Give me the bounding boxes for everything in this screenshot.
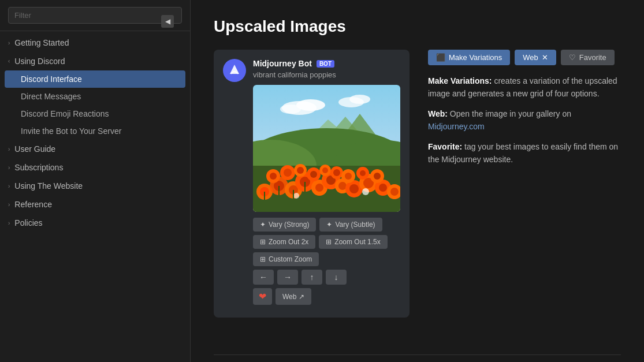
- chevron-icon: [6, 60, 12, 62]
- svg-point-51: [360, 170, 366, 176]
- heart-web-row: ❤ Web ↗: [253, 288, 400, 305]
- content-area: Midjourney Bot BOT vibrant california po…: [214, 50, 621, 331]
- sidebar-nav: Getting Started Using Discord Discord In…: [0, 31, 190, 234]
- arrow-up-button[interactable]: ↑: [301, 270, 322, 285]
- zoom-out-1-5x-button[interactable]: ⊞ Zoom Out 1.5x: [319, 235, 387, 249]
- page-title: Upscaled Images: [214, 17, 621, 36]
- sidebar-item-label: Subscriptions: [14, 163, 63, 172]
- chevron-icon: [8, 220, 10, 226]
- sidebar-item-label: Getting Started: [14, 38, 69, 47]
- svg-point-6: [349, 95, 370, 104]
- sidebar-item-label: Using The Website: [14, 181, 83, 191]
- sidebar-item-label: Reference: [14, 200, 52, 209]
- heart-outline-icon: ♡: [569, 53, 576, 62]
- svg-point-39: [284, 169, 292, 177]
- svg-point-4: [280, 105, 301, 114]
- action-buttons: ⬛ Make Variations Web ✕ ♡ Favorite: [428, 50, 624, 65]
- web-button[interactable]: Web ✕: [515, 50, 556, 65]
- section-divider: [214, 354, 621, 355]
- svg-point-35: [390, 188, 399, 196]
- bot-name: Midjourney Bot: [253, 59, 312, 68]
- web-link-button[interactable]: Web ↗: [276, 288, 311, 305]
- sidebar-item-direct-messages[interactable]: Direct Messages: [0, 88, 190, 105]
- sidebar-collapse-button[interactable]: ◀: [161, 15, 174, 28]
- left-column: Midjourney Bot BOT vibrant california po…: [214, 50, 410, 331]
- sidebar-item-reference[interactable]: Reference: [0, 195, 190, 214]
- sidebar-item-using-the-website[interactable]: Using The Website: [0, 177, 190, 195]
- custom-zoom-icon: ⊞: [260, 255, 266, 263]
- make-variations-icon: ⬛: [436, 53, 445, 62]
- svg-point-47: [333, 169, 340, 176]
- svg-point-53: [374, 173, 381, 180]
- sidebar: ◀ Getting Started Using Discord Discord …: [0, 0, 191, 362]
- arrow-down-button[interactable]: ↓: [326, 270, 347, 285]
- web-strong: Web:: [428, 109, 448, 118]
- generated-image: [253, 85, 400, 212]
- message-content: Midjourney Bot BOT vibrant california po…: [253, 59, 400, 308]
- svg-point-55: [293, 193, 299, 199]
- midjourney-link[interactable]: Midjourney.com: [428, 122, 485, 131]
- sidebar-item-getting-started[interactable]: Getting Started: [0, 33, 190, 52]
- sidebar-item-discord-emoji-reactions[interactable]: Discord Emoji Reactions: [0, 105, 190, 122]
- avatar: [223, 59, 246, 82]
- sidebar-subnav-using-discord: Discord Interface Direct Messages Discor…: [0, 70, 190, 140]
- sidebar-item-label: User Guide: [14, 144, 55, 154]
- arrow-left-button[interactable]: ←: [253, 270, 274, 285]
- heart-button[interactable]: ❤: [253, 288, 272, 305]
- external-link-icon: ↗: [299, 293, 304, 301]
- action-descriptions: Make Variations: creates a variation of …: [428, 74, 624, 166]
- svg-point-49: [345, 173, 352, 180]
- arrow-right-button[interactable]: →: [277, 270, 298, 285]
- sidebar-item-label: Using Discord: [14, 57, 65, 66]
- sidebar-item-label: Policies: [14, 218, 42, 227]
- chevron-icon: [8, 146, 10, 152]
- sidebar-item-using-discord[interactable]: Using Discord: [0, 52, 190, 70]
- make-variations-button[interactable]: ⬛ Make Variations: [428, 50, 510, 65]
- svg-point-45: [322, 167, 328, 173]
- chevron-icon: [8, 201, 10, 208]
- chevron-icon: [8, 165, 10, 171]
- vary-strong-button[interactable]: ✦ Vary (Strong): [253, 218, 316, 232]
- filter-input[interactable]: [8, 7, 182, 24]
- favorite-description: Favorite: tag your best images to easily…: [428, 140, 624, 166]
- web-description: Web: Open the image in your gallery on M…: [428, 107, 624, 133]
- make-variations-strong: Make Variations:: [428, 76, 492, 85]
- svg-point-23: [315, 184, 323, 192]
- vary-strong-icon: ✦: [260, 221, 266, 229]
- right-column: ⬛ Make Variations Web ✕ ♡ Favorite Make …: [428, 50, 624, 331]
- sidebar-item-discord-interface[interactable]: Discord Interface: [5, 70, 185, 88]
- svg-point-29: [349, 184, 359, 193]
- vary-buttons-row: ✦ Vary (Strong) ✦ Vary (Subtle): [253, 218, 400, 232]
- message-header: Midjourney Bot BOT: [253, 59, 400, 68]
- web-close-icon: ✕: [542, 53, 548, 62]
- favorite-button[interactable]: ♡ Favorite: [561, 50, 615, 65]
- main-content: Upscaled Images Midjourney Bot BOT: [191, 0, 644, 362]
- svg-point-27: [338, 182, 347, 190]
- favorite-strong: Favorite:: [428, 142, 462, 151]
- zoom-out-2x-icon: ⊞: [260, 238, 266, 246]
- vary-subtle-button[interactable]: ✦ Vary (Subtle): [319, 218, 382, 232]
- zoom-buttons-row: ⊞ Zoom Out 2x ⊞ Zoom Out 1.5x ⊞ Custom Z…: [253, 235, 400, 266]
- web-text: Open the image in your gallery on: [450, 109, 571, 118]
- sidebar-item-invite-bot[interactable]: Invite the Bot to Your Server: [0, 122, 190, 140]
- chevron-icon: [8, 40, 10, 46]
- zoom-out-2x-button[interactable]: ⊞ Zoom Out 2x: [253, 235, 315, 249]
- svg-point-41: [297, 167, 304, 174]
- vary-subtle-icon: ✦: [326, 221, 332, 229]
- zoom-out-1-5x-icon: ⊞: [326, 238, 332, 246]
- sidebar-item-user-guide[interactable]: User Guide: [0, 140, 190, 158]
- svg-point-37: [270, 173, 277, 180]
- arrow-buttons-row: ← → ↑ ↓: [253, 270, 400, 285]
- message-text: vibrant california poppies: [253, 70, 400, 79]
- svg-point-43: [310, 171, 317, 178]
- make-variations-description: Make Variations: creates a variation of …: [428, 74, 624, 100]
- chevron-icon: [8, 183, 10, 189]
- sidebar-item-subscriptions[interactable]: Subscriptions: [0, 158, 190, 177]
- bot-badge: BOT: [317, 60, 334, 68]
- svg-point-33: [379, 184, 387, 192]
- filter-container: ◀: [0, 0, 190, 31]
- custom-zoom-button[interactable]: ⊞ Custom Zoom: [253, 252, 319, 266]
- discord-message-card: Midjourney Bot BOT vibrant california po…: [214, 50, 410, 318]
- svg-point-54: [362, 188, 369, 195]
- sidebar-item-policies[interactable]: Policies: [0, 214, 190, 232]
